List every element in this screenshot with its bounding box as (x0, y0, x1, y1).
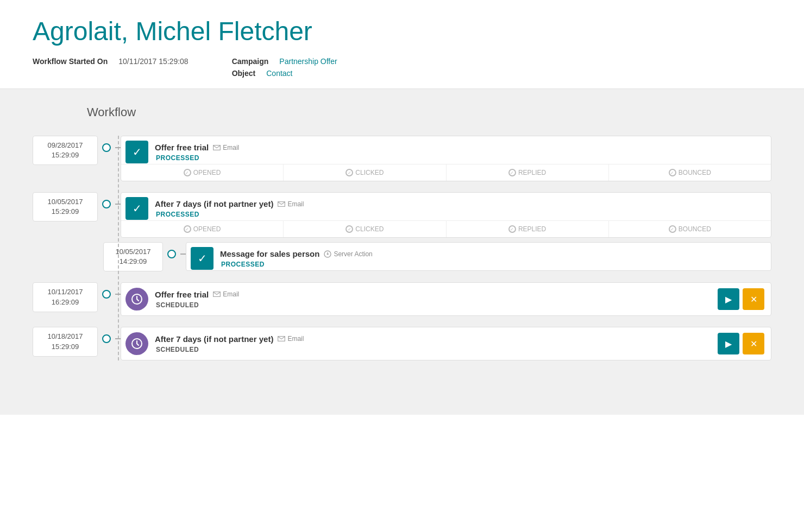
sub-workflow-item: 10/05/2017 14:29:09 ✓ Message for sales … (103, 242, 771, 271)
scheduled-card-row: Offer free trial Email SCHEDULED (121, 283, 771, 315)
action-buttons: ▶ ✕ (711, 283, 771, 315)
date-line2: 16:29:09 (52, 298, 79, 306)
date-line1: 10/11/2017 (47, 288, 83, 296)
date-line1: 10/05/2017 (47, 198, 83, 206)
workflow-item: 10/18/2017 15:29:09 (33, 327, 771, 360)
check-circle-icon: ✓ (184, 225, 191, 233)
scheduled-card-row: After 7 days (if not partner yet) Email … (121, 327, 771, 360)
check-circle-icon: ✓ (508, 169, 516, 176)
check-circle-icon: ✓ (346, 169, 353, 176)
workflow-items: 09/28/2017 15:29:09 ✓ Offer free trial (33, 136, 771, 360)
workflow-card: ✓ After 7 days (if not partner yet) Emai… (121, 192, 771, 238)
check-icon: ✓ (125, 141, 148, 163)
check-circle-icon: ✓ (508, 225, 516, 233)
workflow-item: 09/28/2017 15:29:09 ✓ Offer free trial (33, 136, 771, 181)
date-line1: 10/05/2017 (115, 248, 150, 256)
timeline-dot (102, 334, 111, 343)
check-icon: ✓ (125, 197, 148, 220)
workflow-section: Workflow 09/28/2017 15:29:09 ✓ (0, 89, 804, 415)
card-title: After 7 days (if not partner yet) (155, 334, 273, 344)
timeline-dot (102, 290, 111, 299)
campaign-link[interactable]: Partnership Offer (279, 57, 337, 66)
check-icon: ✓ (191, 247, 213, 270)
card-type: Server Action (324, 250, 372, 258)
cancel-button[interactable]: ✕ (743, 288, 764, 310)
action-buttons: ▶ ✕ (711, 327, 771, 360)
clock-icon (125, 288, 148, 311)
card-status: SCHEDULED (155, 301, 705, 309)
card-type: Email (278, 200, 304, 208)
clock-icon (125, 332, 148, 355)
date-box: 10/05/2017 14:29:09 (103, 242, 163, 271)
workflow-section-title: Workflow (87, 105, 771, 119)
card-status: PROCESSED (155, 211, 764, 218)
page-header: Agrolait, Michel Fletcher Workflow Start… (0, 0, 804, 89)
tab-clicked: ✓ CLICKED (284, 221, 446, 237)
workflow-item: 10/05/2017 15:29:09 ✓ After 7 days (if n… (33, 192, 771, 238)
status-tabs: ✓ OPENED ✓ CLICKED ✓ REPLIED ✓ (121, 164, 771, 181)
tab-replied: ✓ REPLIED (447, 164, 609, 181)
cancel-button[interactable]: ✕ (743, 333, 764, 354)
date-line2: 15:29:09 (52, 151, 79, 159)
campaign-label: Campaign (232, 57, 269, 66)
date-box: 10/05/2017 15:29:09 (33, 192, 98, 221)
object-link[interactable]: Contact (266, 69, 292, 78)
tab-clicked: ✓ CLICKED (284, 164, 446, 181)
card-type: Email (278, 335, 304, 343)
tab-opened: ✓ OPENED (121, 221, 284, 237)
card-type: Email (213, 144, 239, 151)
play-button[interactable]: ▶ (718, 333, 739, 354)
tab-replied: ✓ REPLIED (447, 221, 609, 237)
date-line2: 14:29:09 (120, 257, 147, 265)
date-line2: 15:29:09 (52, 343, 79, 351)
workflow-card: ✓ Offer free trial Email PROCESSED (121, 136, 771, 181)
workflow-card: ✓ Message for sales person Server Action… (186, 242, 771, 271)
card-title: Message for sales person (220, 249, 319, 258)
object-label: Object (232, 69, 256, 78)
check-circle-icon: ✓ (346, 225, 353, 233)
tab-opened: ✓ OPENED (121, 164, 284, 181)
timeline-dot (102, 200, 111, 208)
tab-bounced: ✓ BOUNCED (609, 221, 771, 237)
card-type: Email (213, 290, 239, 298)
card-title: Offer free trial (155, 290, 209, 299)
status-tabs: ✓ OPENED ✓ CLICKED ✓ REPLIED ✓ (121, 220, 771, 237)
date-box: 09/28/2017 15:29:09 (33, 136, 98, 165)
check-circle-icon: ✓ (669, 225, 676, 233)
date-line1: 09/28/2017 (47, 141, 83, 149)
workflow-started-label: Workflow Started On (33, 57, 108, 66)
check-circle-icon: ✓ (184, 169, 191, 176)
workflow-started-value: 10/11/2017 15:29:08 (118, 57, 188, 66)
timeline-dot (102, 143, 111, 152)
tab-bounced: ✓ BOUNCED (609, 164, 771, 181)
date-box: 10/11/2017 16:29:09 (33, 282, 98, 312)
card-status: PROCESSED (155, 154, 764, 162)
card-status: PROCESSED (220, 261, 764, 268)
card-status: SCHEDULED (155, 346, 705, 353)
date-line1: 10/18/2017 (47, 332, 83, 340)
play-button[interactable]: ▶ (718, 288, 739, 310)
card-title: Offer free trial (155, 143, 209, 152)
workflow-card: Offer free trial Email SCHEDULED (121, 282, 771, 316)
page-title: Agrolait, Michel Fletcher (33, 16, 771, 46)
workflow-card: After 7 days (if not partner yet) Email … (121, 327, 771, 360)
check-circle-icon: ✓ (669, 169, 676, 176)
timeline-dot (167, 250, 176, 258)
date-box: 10/18/2017 15:29:09 (33, 327, 98, 356)
date-line2: 15:29:09 (52, 207, 79, 216)
workflow-item: 10/11/2017 16:29:09 (33, 282, 771, 316)
card-title: After 7 days (if not partner yet) (155, 199, 273, 208)
